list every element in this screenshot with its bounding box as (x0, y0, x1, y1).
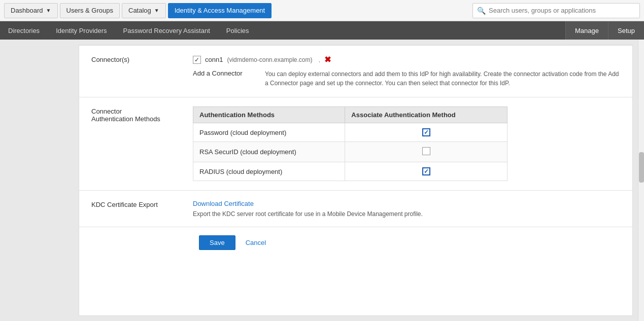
download-certificate-link[interactable]: Download Certificate (193, 200, 254, 207)
users-groups-btn[interactable]: Users & Groups (60, 3, 120, 18)
sub-nav-actions: Manage Setup (565, 21, 644, 40)
add-connector-desc: You can deploy external connectors and a… (265, 69, 620, 88)
sidebar-item-directories[interactable]: Directories (0, 21, 48, 40)
table-row: RSA SecurID (cloud deployment) (193, 142, 507, 162)
dashboard-btn[interactable]: Dashboard ▼ (4, 3, 58, 18)
connector-domain: (vidmdemo-conn.example.com) (227, 56, 312, 63)
auth-methods-section: Connector Authentication Methods Authent… (79, 97, 632, 191)
auth-method-checkbox-cell (345, 123, 507, 142)
kdc-content: Download Certificate Export the KDC serv… (193, 200, 620, 218)
connector-row: conn1 (vidmdemo-conn.example.com) , ✖ (193, 55, 620, 64)
save-button[interactable]: Save (199, 235, 235, 250)
connector-name: conn1 (205, 56, 223, 63)
associate-checkbox-2[interactable] (422, 167, 430, 175)
auth-methods-label: Connector Authentication Methods (91, 106, 193, 123)
auth-col2-header: Associate Authentication Method (345, 107, 507, 123)
search-input[interactable] (489, 7, 635, 14)
action-section: Save Cancel (79, 227, 632, 258)
cancel-button[interactable]: Cancel (242, 236, 270, 249)
auth-method-name: RADIUS (cloud deployment) (193, 162, 345, 181)
manage-btn[interactable]: Manage (565, 21, 608, 40)
sidebar (0, 40, 79, 321)
top-navbar: Dashboard ▼ Users & Groups Catalog ▼ Ide… (0, 0, 644, 21)
connector-checkbox[interactable] (193, 56, 201, 64)
dashboard-dropdown-arrow: ▼ (46, 8, 51, 13)
setup-btn[interactable]: Setup (608, 21, 644, 40)
main-wrapper: Connector(s) conn1 (vidmdemo-conn.exampl… (0, 40, 644, 321)
scrollbar-track[interactable] (638, 40, 644, 321)
connectors-content: conn1 (vidmdemo-conn.example.com) , ✖ Ad… (193, 55, 620, 88)
table-row: RADIUS (cloud deployment) (193, 162, 507, 181)
auth-method-name: RSA SecurID (cloud deployment) (193, 142, 345, 162)
catalog-btn[interactable]: Catalog ▼ (122, 3, 166, 18)
auth-col1-header: Authentication Methods (193, 107, 345, 123)
sub-navbar: Directories Identity Providers Password … (0, 21, 644, 40)
search-box: 🔍 (472, 3, 640, 18)
search-icon: 🔍 (477, 7, 486, 15)
sidebar-item-password-recovery[interactable]: Password Recovery Assistant (115, 21, 218, 40)
content-area: Connector(s) conn1 (vidmdemo-conn.exampl… (79, 45, 633, 316)
auth-method-checkbox-cell (345, 142, 507, 162)
connector-separator: , (318, 56, 320, 63)
auth-methods-content: Authentication Methods Associate Authent… (193, 106, 620, 181)
table-row: Password (cloud deployment) (193, 123, 507, 142)
add-connector-row: Add a Connector You can deploy external … (193, 69, 620, 88)
kdc-label: KDC Certificate Export (91, 200, 193, 208)
scrollbar-thumb (639, 152, 644, 183)
auth-method-checkbox-cell (345, 162, 507, 181)
associate-checkbox-1[interactable] (422, 147, 430, 155)
auth-method-name: Password (cloud deployment) (193, 123, 345, 142)
catalog-dropdown-arrow: ▼ (154, 8, 159, 13)
sidebar-item-identity-providers[interactable]: Identity Providers (48, 21, 115, 40)
kdc-section: KDC Certificate Export Download Certific… (79, 191, 632, 227)
connectors-label: Connector(s) (91, 55, 193, 63)
auth-methods-table: Authentication Methods Associate Authent… (193, 106, 507, 181)
sidebar-item-policies[interactable]: Policies (218, 21, 257, 40)
connectors-section: Connector(s) conn1 (vidmdemo-conn.exampl… (79, 46, 632, 97)
connector-delete-icon[interactable]: ✖ (324, 55, 331, 64)
associate-checkbox-0[interactable] (422, 128, 430, 136)
iam-btn[interactable]: Identity & Access Management (168, 3, 272, 18)
add-connector-label: Add a Connector (193, 69, 259, 77)
kdc-desc: Export the KDC server root certificate f… (193, 210, 620, 218)
